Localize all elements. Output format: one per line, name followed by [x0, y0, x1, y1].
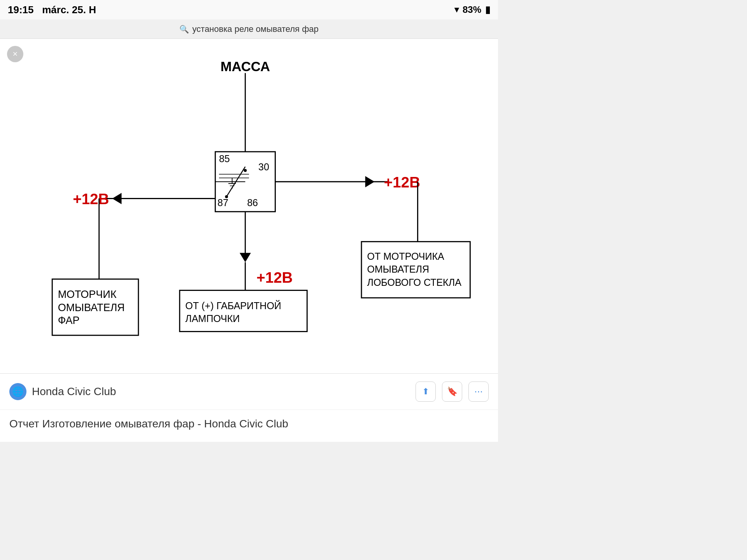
svg-text:+12В: +12В	[73, 191, 109, 207]
page-title-bar: Отчет Изготовление омывателя фар - Honda…	[0, 410, 498, 442]
more-button[interactable]: ⋯	[468, 382, 489, 402]
svg-marker-26	[365, 176, 375, 187]
more-icon: ⋯	[474, 387, 483, 397]
date: márc. 25. H	[42, 4, 96, 16]
circuit-diagram: МАССА	[16, 51, 482, 358]
svg-text:ЛОБОВОГО СТЕКЛА: ЛОБОВОГО СТЕКЛА	[367, 277, 461, 288]
svg-text:+12В: +12В	[256, 269, 293, 286]
time: 19:15	[8, 4, 34, 16]
wifi-icon: ▾	[454, 5, 459, 15]
site-name: Honda Civic Club	[32, 385, 116, 398]
svg-marker-35	[240, 253, 251, 262]
svg-text:86: 86	[247, 197, 258, 208]
svg-text:87: 87	[217, 197, 228, 208]
share-icon: ⬆	[422, 387, 429, 397]
globe-icon: 🌐	[12, 386, 24, 397]
status-indicators: ▾ 83% ▮	[454, 4, 490, 15]
svg-text:+12В: +12В	[384, 174, 420, 191]
content-area: × МАССА	[0, 39, 498, 373]
svg-text:ОТ МОТРОЧИКА: ОТ МОТРОЧИКА	[367, 251, 444, 262]
svg-text:ОМЫВАТЕЛЯ: ОМЫВАТЕЛЯ	[367, 264, 429, 275]
site-info[interactable]: 🌐 Honda Civic Club	[9, 383, 116, 400]
site-globe-icon: 🌐	[9, 383, 26, 400]
svg-text:ОМЫВАТЕЛЯ: ОМЫВАТЕЛЯ	[58, 302, 125, 313]
svg-text:85: 85	[219, 153, 230, 164]
battery-icon: ▮	[485, 4, 490, 15]
status-bar: 19:15 márc. 25. H ▾ 83% ▮	[0, 0, 498, 19]
bookmark-button[interactable]: 🔖	[442, 382, 462, 402]
svg-text:ЛАМПОЧКИ: ЛАМПОЧКИ	[185, 313, 240, 324]
svg-text:МАССА: МАССА	[221, 59, 270, 74]
page-title: Отчет Изготовление омывателя фар - Honda…	[9, 418, 489, 430]
svg-text:ФАР: ФАР	[58, 315, 80, 326]
svg-text:МОТОРЧИК: МОТОРЧИК	[58, 289, 117, 300]
status-time-date: 19:15 márc. 25. H	[8, 4, 96, 16]
battery-indicator: 83%	[463, 4, 481, 15]
search-query-display: 🔍 установка реле омывателя фар	[179, 24, 318, 34]
svg-text:ОТ (+) ГАБАРИТНОЙ: ОТ (+) ГАБАРИТНОЙ	[185, 300, 281, 311]
bottom-bar: 🌐 Honda Civic Club ⬆ 🔖 ⋯	[0, 374, 498, 410]
close-button[interactable]: ×	[7, 46, 23, 62]
svg-marker-18	[112, 193, 121, 204]
circuit-diagram-container: МАССА	[0, 39, 498, 373]
svg-text:30: 30	[258, 161, 269, 172]
search-icon: 🔍	[179, 24, 189, 34]
bottom-actions: ⬆ 🔖 ⋯	[416, 382, 489, 402]
svg-point-6	[244, 169, 247, 172]
bookmark-icon: 🔖	[447, 387, 458, 397]
close-icon: ×	[13, 49, 18, 59]
search-query-text: установка реле омывателя фар	[192, 24, 318, 34]
share-button[interactable]: ⬆	[416, 382, 436, 402]
search-bar[interactable]: 🔍 установка реле омывателя фар	[0, 19, 498, 39]
